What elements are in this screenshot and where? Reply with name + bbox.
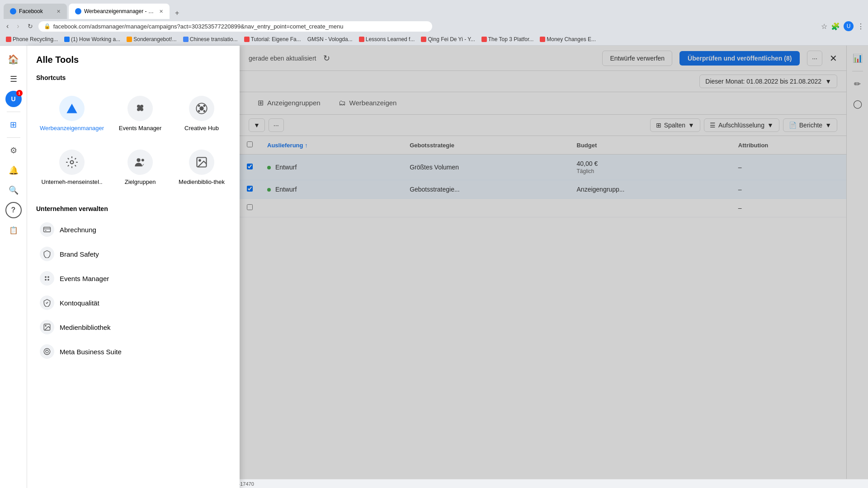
row-3-checkbox[interactable] xyxy=(247,204,253,210)
row-2-checkbox[interactable] xyxy=(247,186,253,192)
menu-item-medienbibliothek[interactable]: Medienbibliothek xyxy=(36,315,231,339)
sidebar-divider xyxy=(7,112,20,112)
bookmark-money[interactable]: Money Changes E... xyxy=(538,35,598,43)
bookmarks-bar: Phone Recycling... (1) How Working a... … xyxy=(0,34,868,46)
svg-point-9 xyxy=(203,105,206,107)
brand-safety-label: Brand Safety xyxy=(60,250,99,258)
shortcut-events-manager[interactable]: Events Manager xyxy=(111,89,169,139)
events-manager-list-icon xyxy=(40,271,54,286)
shortcut-unternehmenseinstellungen-label: Unterneh-menseinsteI.. xyxy=(42,178,103,185)
main-content: gerade eben aktualisiert ↻ Entwürfe verw… xyxy=(240,46,846,488)
menu-item-meta-business[interactable]: Meta Business Suite xyxy=(36,340,231,363)
shortcut-zielgruppen[interactable]: Zielgruppen xyxy=(111,142,169,192)
url-text: facebook.com/adsmanager/manage/campaigns… xyxy=(53,23,344,30)
svg-point-20 xyxy=(45,276,47,278)
bookmark-tutorial[interactable]: Tutorial: Eigene Fa... xyxy=(242,35,303,43)
back-button[interactable]: ‹ xyxy=(4,21,11,32)
col-attribution: Attribution xyxy=(731,136,846,155)
svg-point-8 xyxy=(198,105,200,107)
date-picker-button[interactable]: Dieser Monat: 01.08.2022 bis 21.08.2022 … xyxy=(699,75,837,88)
sidebar-list-icon[interactable]: 📋 xyxy=(5,222,22,238)
reports-button[interactable]: 📄 Berichte ▼ xyxy=(783,118,837,132)
svg-point-25 xyxy=(45,325,46,326)
table-toolbar: ▼ ··· ⊞ Spalten ▼ ☰ Aufschlüsselung ▼ 📄 … xyxy=(240,115,846,136)
svg-point-7 xyxy=(199,106,203,110)
bookmark-sonder[interactable]: Sonderangebot!... xyxy=(124,35,179,43)
bookmark-star[interactable]: ☆ xyxy=(821,22,827,31)
medienbibliothek-list-icon xyxy=(40,320,54,334)
shortcut-medienbibliothek[interactable]: Medienbiblio-thek xyxy=(173,142,231,192)
sidebar-search-icon[interactable]: 🔍 xyxy=(5,182,22,198)
new-tab-button[interactable]: + xyxy=(171,7,183,19)
date-picker-chevron: ▼ xyxy=(825,78,831,85)
top-bar: gerade eben aktualisiert ↻ Entwürfe verw… xyxy=(240,46,846,71)
table-row: Entwurf Gebotsstrategie... Anzeigengrupp… xyxy=(240,180,846,199)
shortcut-unternehmenseinstellungen[interactable]: Unterneh-menseinsteI.. xyxy=(36,142,108,192)
breakdown-button[interactable]: ☰ Aufschlüsselung ▼ xyxy=(704,118,779,132)
menu-item-events-manager[interactable]: Events Manager xyxy=(36,267,231,290)
shortcut-events-manager-label: Events Manager xyxy=(119,125,162,131)
abrechnung-icon xyxy=(40,222,54,237)
svg-point-21 xyxy=(47,276,49,278)
shortcut-creative-hub-label: Creative Hub xyxy=(184,125,219,131)
sidebar-grid-icon[interactable]: ⊞ xyxy=(5,117,22,133)
sidebar-menu-icon[interactable]: ☰ xyxy=(5,71,22,87)
menu-item-abrechnung[interactable]: Abrechnung xyxy=(36,218,231,241)
shortcut-medienbibliothek-label: Medienbiblio-thek xyxy=(179,178,225,185)
sidebar-avatar[interactable]: U 1 xyxy=(5,91,22,107)
tab-facebook[interactable]: Facebook ✕ xyxy=(4,4,67,19)
meta-business-icon xyxy=(40,344,54,359)
shortcut-werbeanzeigenmanager[interactable]: Werbeanzeigenmanager xyxy=(36,89,108,139)
tab-anzeigengruppen[interactable]: ⊞ Anzeigengruppen xyxy=(249,92,330,114)
tab-werbeanzeigen[interactable]: 🗂 Werbeanzeigen xyxy=(330,92,406,114)
sidebar-home-icon[interactable]: 🏠 xyxy=(5,51,22,67)
col-auslieferung[interactable]: Auslieferung ↑ xyxy=(260,136,402,155)
bookmark-working[interactable]: (1) How Working a... xyxy=(62,35,123,43)
sidebar-bell-icon[interactable]: 🔔 xyxy=(5,162,22,178)
kontoqualitaet-label: Kontoqualität xyxy=(60,299,99,307)
columns-button[interactable]: ⊞ Spalten ▼ xyxy=(650,118,700,132)
bookmark-lessons[interactable]: Lessons Learned f... xyxy=(357,35,417,43)
filter-dropdown[interactable]: ▼ xyxy=(249,118,265,132)
row-1-attribution: – xyxy=(731,155,846,180)
bookmark-top3[interactable]: The Top 3 Platfor... xyxy=(479,35,536,43)
svg-rect-17 xyxy=(44,227,51,232)
sidebar-settings-icon[interactable]: ⚙ xyxy=(5,142,22,159)
sidebar: 🏠 ☰ U 1 ⊞ ⚙ 🔔 🔍 ? 📋 xyxy=(0,46,27,488)
bookmark-phone[interactable]: Phone Recycling... xyxy=(4,35,60,43)
row-1-checkbox[interactable] xyxy=(247,164,253,169)
bookmark-gmsn[interactable]: GMSN - Vologda... xyxy=(305,35,355,43)
more-toolbar-button[interactable]: ··· xyxy=(269,118,284,132)
shortcut-werbeanzeigenmanager-label: Werbeanzeigenmanager xyxy=(40,125,104,131)
right-panel-chart-icon[interactable]: 📊 xyxy=(850,51,865,66)
bookmark-chinese[interactable]: Chinese translatio... xyxy=(181,35,240,43)
publish-button[interactable]: Überprüfen und veröffentlichen (8) xyxy=(679,51,800,66)
discard-button[interactable]: Entwürfe verwerfen xyxy=(602,51,672,66)
right-panel-circle-icon[interactable]: ◯ xyxy=(850,97,865,111)
menu-title: Alle Tools xyxy=(36,55,231,65)
tab-werbeanzeigen[interactable]: Werbeanzeigenmanager - We... ✕ xyxy=(69,4,170,19)
right-panel-edit-icon[interactable]: ✏ xyxy=(850,77,865,91)
bookmark-qing[interactable]: Qing Fei De Yi - Y... xyxy=(419,35,477,43)
notification-badge: 1 xyxy=(16,90,23,96)
extensions-icon[interactable]: 🧩 xyxy=(831,22,840,31)
date-picker-text: Dieser Monat: 01.08.2022 bis 21.08.2022 xyxy=(705,78,821,85)
forward-button[interactable]: › xyxy=(14,21,22,32)
menu-item-kontoqualitaet[interactable]: Kontoqualität xyxy=(36,291,231,314)
shortcut-creative-hub[interactable]: Creative Hub xyxy=(173,89,231,139)
close-button[interactable]: ✕ xyxy=(830,53,837,64)
date-bar: Dieser Monat: 01.08.2022 bis 21.08.2022 … xyxy=(240,71,846,92)
account-icon[interactable]: U xyxy=(844,21,854,31)
menu-dots[interactable]: ⋮ xyxy=(857,22,864,31)
select-all-checkbox[interactable] xyxy=(247,141,253,147)
address-bar[interactable]: 🔒 facebook.com/adsmanager/manage/campaig… xyxy=(38,21,433,32)
row-1-budget: 40,00 € Täglich xyxy=(570,155,731,180)
menu-item-brand-safety[interactable]: Brand Safety xyxy=(36,242,231,266)
reload-button[interactable]: ↻ xyxy=(25,21,36,31)
more-button[interactable]: ··· xyxy=(807,51,822,66)
svg-point-22 xyxy=(45,279,47,281)
col-name xyxy=(240,136,260,155)
refresh-button[interactable]: ↻ xyxy=(323,53,330,63)
row-2-attribution: – xyxy=(731,180,846,199)
sidebar-help-icon[interactable]: ? xyxy=(5,202,22,218)
